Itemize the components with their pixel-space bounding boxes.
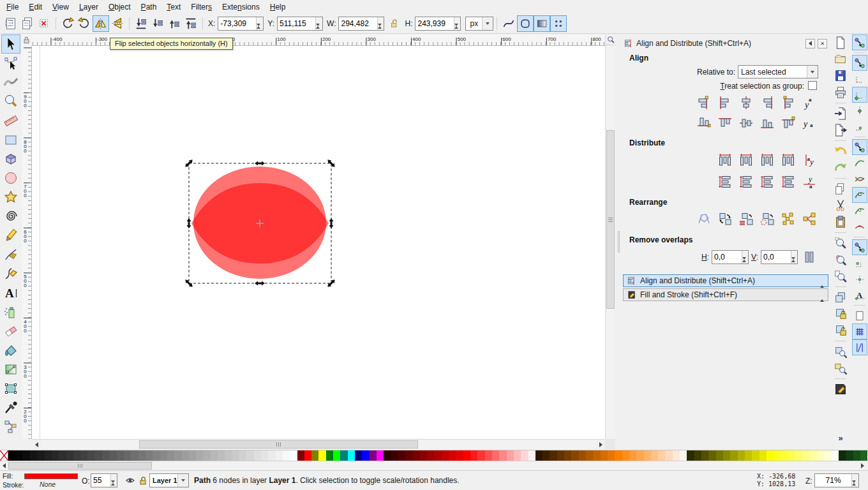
color-swatch[interactable] — [492, 450, 499, 461]
exchange-positions-clockwise[interactable] — [756, 210, 777, 228]
color-swatch[interactable] — [15, 450, 22, 461]
palette-scroll-left-arrow[interactable] — [0, 461, 8, 470]
spray-tool[interactable] — [1, 302, 20, 322]
snap-nodes-toggle[interactable] — [852, 139, 867, 155]
distribute-bottom-edges[interactable] — [756, 173, 777, 191]
scroll-right-arrow[interactable] — [596, 440, 605, 449]
color-swatch[interactable] — [304, 450, 311, 461]
zoom-to-page-button[interactable] — [832, 268, 849, 285]
fill-color-swatch[interactable] — [24, 473, 78, 479]
snap-cusp-nodes-toggle[interactable] — [852, 187, 867, 203]
w-field-arrows[interactable] — [377, 17, 384, 30]
palette-scrollbar-thumb[interactable] — [8, 462, 152, 470]
new-document-button[interactable] — [832, 34, 849, 51]
w-field[interactable] — [338, 17, 384, 31]
opacity-input[interactable] — [91, 474, 110, 487]
color-swatch[interactable] — [413, 450, 420, 461]
create-clone-button[interactable] — [832, 306, 849, 322]
color-swatch[interactable] — [261, 450, 268, 461]
flip-vertical-button[interactable] — [109, 15, 126, 32]
align-right-edges-to-left-anchor[interactable] — [693, 94, 714, 112]
canvas[interactable] — [32, 46, 605, 439]
color-swatch[interactable] — [189, 450, 196, 461]
select-all-layers-button[interactable] — [19, 15, 36, 32]
color-swatch[interactable] — [507, 450, 514, 461]
color-swatch[interactable] — [550, 450, 557, 461]
color-swatch[interactable] — [73, 450, 80, 461]
opacity[interactable] — [91, 473, 117, 487]
color-swatch[interactable] — [636, 450, 643, 461]
snap-others-toggle[interactable] — [852, 239, 867, 255]
color-swatch[interactable] — [716, 450, 723, 461]
color-swatch[interactable] — [333, 450, 340, 461]
raise-to-top-button[interactable] — [183, 15, 199, 32]
measure-tool[interactable] — [1, 111, 20, 130]
color-swatch[interactable] — [203, 450, 210, 461]
snap-rotation-centers-toggle[interactable] — [852, 271, 867, 287]
copy-button[interactable] — [832, 181, 849, 197]
align-text-anchors-horizontal[interactable]: ay — [798, 94, 819, 112]
color-swatch[interactable] — [673, 450, 680, 461]
color-swatch[interactable] — [738, 450, 745, 461]
flip-horizontal-button[interactable] — [93, 15, 109, 32]
color-swatch[interactable] — [182, 450, 189, 461]
x-field-down-arrow[interactable] — [257, 26, 263, 35]
color-swatch[interactable] — [87, 450, 94, 461]
color-swatch[interactable] — [521, 450, 528, 461]
y-field-input[interactable] — [278, 17, 315, 30]
color-swatch[interactable] — [109, 450, 116, 461]
color-swatch[interactable] — [146, 450, 153, 461]
menu-layer[interactable]: Layer — [74, 1, 103, 13]
undo-button[interactable] — [832, 143, 849, 160]
color-swatch[interactable] — [470, 450, 477, 461]
overlap-h-down-arrow[interactable] — [742, 260, 748, 269]
color-swatch[interactable] — [160, 450, 167, 461]
color-swatch[interactable] — [52, 450, 59, 461]
color-swatch[interactable] — [824, 450, 831, 461]
zoom-tool[interactable] — [1, 92, 20, 111]
pencil-tool[interactable] — [1, 226, 20, 245]
color-swatch[interactable] — [138, 450, 146, 461]
color-swatch[interactable] — [860, 450, 867, 461]
color-swatch[interactable] — [593, 450, 600, 461]
color-swatch[interactable] — [362, 450, 369, 461]
color-swatch[interactable] — [174, 450, 181, 461]
color-swatch[interactable] — [283, 450, 290, 461]
ellipse-tool[interactable] — [1, 168, 20, 188]
color-swatch[interactable] — [232, 450, 239, 461]
h-field[interactable] — [415, 17, 461, 31]
selector-tool[interactable] — [1, 34, 20, 54]
zoom-to-drawing-button[interactable] — [832, 251, 849, 268]
vertical-scrollbar[interactable] — [605, 34, 615, 439]
menu-extensions[interactable]: Extensions — [217, 1, 265, 13]
color-swatch[interactable] — [370, 450, 377, 461]
opacity-arrows[interactable] — [110, 474, 117, 487]
redo-button[interactable] — [832, 160, 849, 176]
snap-object-centers-toggle[interactable] — [852, 255, 867, 271]
panel-close-button[interactable]: ✕ — [818, 39, 827, 48]
import-button[interactable] — [832, 105, 849, 122]
dialog-bar-fill-stroke[interactable]: Fill and Stroke (Shift+Ctrl+F) — [623, 288, 828, 301]
align-top-edges-to-bottom-anchor[interactable] — [777, 114, 798, 132]
transform-patterns-toggle[interactable] — [550, 15, 567, 32]
scale-handle-nw[interactable] — [184, 158, 194, 168]
handle-right[interactable] — [329, 218, 334, 228]
color-swatch[interactable] — [745, 450, 752, 461]
scale-corners-toggle[interactable] — [517, 15, 534, 32]
color-swatch[interactable] — [442, 450, 449, 461]
paste-button[interactable] — [832, 214, 849, 230]
unclump[interactable] — [798, 210, 819, 228]
rotate-cw-button[interactable] — [76, 15, 93, 32]
color-swatch[interactable] — [348, 450, 355, 461]
zoom-down-arrow[interactable] — [852, 483, 858, 490]
color-swatch-none[interactable] — [0, 450, 8, 461]
overlap-v[interactable] — [761, 250, 798, 264]
node-tool[interactable] — [1, 54, 20, 73]
handle-top[interactable] — [255, 161, 265, 166]
snap-line-midpoints-toggle[interactable] — [852, 219, 867, 235]
palette-scrollbar[interactable] — [0, 461, 868, 470]
unlink-clone-button[interactable] — [832, 322, 849, 339]
x-field-input[interactable] — [218, 17, 256, 30]
color-swatch[interactable] — [23, 450, 30, 461]
color-swatch[interactable] — [608, 450, 615, 461]
